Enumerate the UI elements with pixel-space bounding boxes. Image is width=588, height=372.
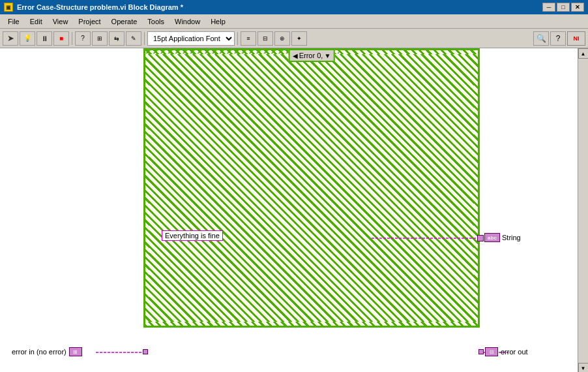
menu-operate[interactable]: Operate	[106, 16, 143, 27]
string-terminal-label: String	[502, 234, 521, 241]
menu-project[interactable]: Project	[73, 16, 106, 27]
menu-file[interactable]: File	[3, 16, 25, 27]
minimize-button[interactable]: ─	[542, 3, 555, 12]
case-dropdown[interactable]: ▼	[324, 52, 331, 59]
error-out: ⊟ error out	[485, 347, 528, 356]
menu-help[interactable]: Help	[205, 16, 231, 27]
error-in-terminal: ⊞	[69, 347, 82, 356]
scrollbar-right[interactable]: ▲ ▼	[578, 48, 588, 372]
case-left-connector[interactable]	[143, 349, 148, 354]
menu-tools[interactable]: Tools	[142, 16, 169, 27]
align-button[interactable]: ≡	[241, 31, 256, 46]
string-connector[interactable]	[477, 235, 484, 241]
app-icon: ▣	[4, 3, 13, 12]
context-help-button[interactable]: ?	[75, 31, 91, 46]
string-terminal: abc String	[484, 233, 521, 242]
menu-window[interactable]: Window	[169, 16, 205, 27]
text-box: Everything is fine	[162, 230, 223, 241]
case-prev-arrow[interactable]: ◀	[293, 52, 298, 59]
main-area: ◀ Error 0, ▼ Everything is fine abc Stri…	[0, 48, 588, 372]
search-button[interactable]: 🔍	[533, 31, 549, 46]
ni-logo: NI	[567, 31, 585, 46]
error-in: error in (no error) ⊞	[12, 347, 82, 356]
pause-button[interactable]: ⏸	[37, 31, 52, 46]
toolbar: ➤ 💡 ⏸ ■ ? ⊞ ⇆ ✎ 15pt Application Font ≡ …	[0, 29, 588, 48]
separator1	[72, 32, 72, 45]
case-right-connector[interactable]	[478, 349, 484, 354]
error-out-label: error out	[501, 348, 528, 356]
distribute-button[interactable]: ⊟	[257, 31, 273, 46]
scroll-up-button[interactable]: ▲	[578, 48, 589, 59]
tool1-button[interactable]: ⊞	[92, 31, 108, 46]
cleanup-button[interactable]: ✦	[291, 31, 307, 46]
case-header[interactable]: ◀ Error 0, ▼	[289, 49, 335, 62]
canvas: ◀ Error 0, ▼ Everything is fine abc Stri…	[0, 48, 578, 372]
abort-button[interactable]: ■	[53, 31, 69, 46]
tool2-button[interactable]: ⇆	[109, 31, 125, 46]
case-label: Error 0,	[299, 52, 323, 59]
case-structure[interactable]: ◀ Error 0, ▼	[143, 48, 480, 328]
maximize-button[interactable]: □	[557, 3, 570, 12]
reorder-button[interactable]: ⊕	[274, 31, 290, 46]
scroll-track-right	[578, 59, 588, 363]
separator2	[144, 32, 145, 45]
title-bar: ▣ Error Case-Structure problem.vi Block …	[0, 0, 588, 14]
menu-bar: File Edit View Project Operate Tools Win…	[0, 14, 588, 29]
menu-edit[interactable]: Edit	[25, 16, 48, 27]
highlight-button[interactable]: 💡	[20, 31, 35, 46]
close-button[interactable]: ✕	[571, 3, 584, 12]
help2-button[interactable]: ?	[550, 31, 566, 46]
font-dropdown[interactable]: 15pt Application Font	[147, 31, 235, 46]
case-structure-border	[143, 48, 339, 146]
error-out-terminal: ⊟	[485, 347, 498, 356]
tool3-button[interactable]: ✎	[126, 31, 141, 46]
menu-view[interactable]: View	[48, 16, 74, 27]
scroll-down-button[interactable]: ▼	[578, 363, 589, 372]
separator3	[237, 32, 238, 45]
error-in-label: error in (no error)	[12, 348, 66, 356]
text-box-content: Everything is fine	[165, 232, 220, 240]
window-title: Error Case-Structure problem.vi Block Di…	[17, 3, 542, 11]
window-controls: ─ □ ✕	[542, 3, 584, 12]
run-button[interactable]: ➤	[3, 31, 18, 46]
string-terminal-box: abc	[484, 233, 500, 242]
